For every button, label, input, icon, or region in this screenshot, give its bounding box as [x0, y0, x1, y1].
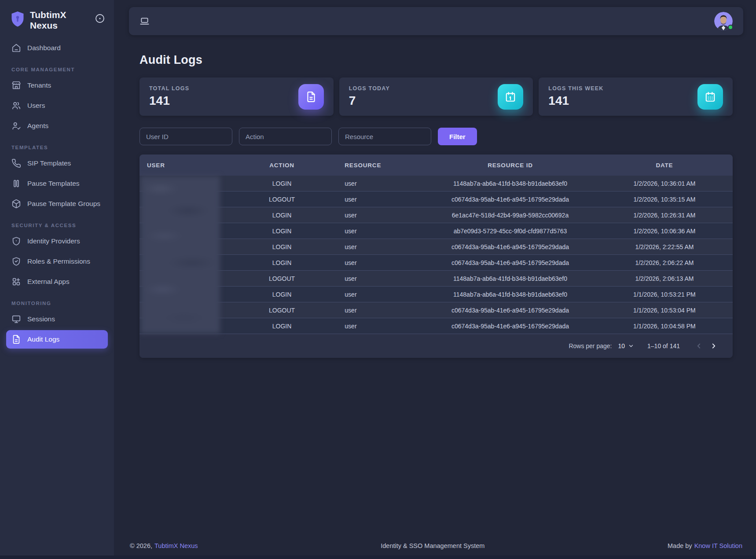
sidebar-item-label: Dashboard	[27, 44, 61, 52]
monitor-icon	[11, 314, 21, 324]
cell-date: 1/2/2026, 2:22:55 AM	[596, 243, 733, 250]
stat-label: LOGS TODAY	[349, 85, 390, 92]
footer-brand-link[interactable]: TubtimX Nexus	[154, 542, 198, 549]
previous-page-button[interactable]	[691, 338, 706, 353]
shield-dot-icon	[11, 236, 21, 246]
table-row: LOGOUT user 1148ab7a-ab6a-41fd-b348-b91d…	[139, 271, 733, 287]
sidebar-item-label: Audit Logs	[27, 335, 59, 343]
cell-action: LOGIN	[223, 243, 341, 250]
main-area: Audit Logs TOTAL LOGS 141 LOGS TODAY 7 L…	[114, 0, 756, 559]
cell-resource: user	[341, 180, 424, 187]
table-row: LOGIN user 6e1ac47e-518d-42b4-99a9-5982c…	[139, 207, 733, 223]
sidebar-item-label: Pause Template Groups	[27, 200, 100, 208]
sidebar-item-agents[interactable]: Agents	[6, 117, 108, 135]
sidebar-item-roles-permissions[interactable]: Roles & Permissions	[6, 252, 108, 271]
footer-tagline: Identity & SSO Management System	[381, 542, 484, 549]
cell-resource: user	[341, 196, 424, 203]
sidebar-item-tenants[interactable]: Tenants	[6, 76, 108, 95]
sidebar-item-dashboard[interactable]: Dashboard	[6, 39, 108, 57]
user-avatar[interactable]	[714, 12, 733, 30]
sidebar-item-pause-template-groups[interactable]: Pause Template Groups	[6, 195, 108, 213]
page-content: Audit Logs TOTAL LOGS 141 LOGS TODAY 7 L…	[129, 35, 743, 358]
cell-action: LOGIN	[223, 180, 341, 187]
footer-madeby-link[interactable]: Know IT Solution	[694, 542, 742, 549]
sidebar-item-sessions[interactable]: Sessions	[6, 310, 108, 328]
stat-value: 141	[548, 94, 603, 108]
user-check-icon	[11, 121, 21, 131]
sidebar-item-users[interactable]: Users	[6, 96, 108, 115]
shield-logo-icon	[10, 11, 26, 28]
cell-date: 1/2/2026, 10:35:15 AM	[596, 196, 733, 203]
sidebar-item-label: SIP Templates	[27, 159, 71, 167]
cell-action: LOGOUT	[223, 196, 341, 203]
copyright-text: © 2026,	[130, 542, 152, 549]
cell-action: LOGOUT	[223, 275, 341, 282]
rows-per-page-select[interactable]: 10	[618, 342, 634, 349]
made-by-text: Made by	[668, 542, 692, 549]
action-input[interactable]	[239, 128, 332, 145]
cell-action: LOGIN	[223, 228, 341, 235]
stat-card-logs-this-week: LOGS THIS WEEK 141	[539, 77, 733, 116]
sidebar-item-label: Identity Providers	[27, 237, 80, 245]
circle-dot-icon[interactable]	[95, 13, 105, 24]
filter-bar: Filter	[139, 128, 733, 145]
online-status-dot	[728, 25, 733, 30]
calendar-days-icon	[697, 84, 723, 110]
sidebar-item-audit-logs[interactable]: Audit Logs	[6, 330, 108, 349]
stats-row: TOTAL LOGS 141 LOGS TODAY 7 LOGS THIS WE…	[139, 77, 733, 116]
chevron-down-icon	[628, 343, 634, 349]
sidebar-section-security-access: SECURITY & ACCESS	[11, 223, 103, 228]
table-row: LOGIN user c0674d3a-95ab-41e6-a945-16795…	[139, 255, 733, 271]
cell-date: 1/1/2026, 10:53:04 PM	[596, 307, 733, 314]
cell-resource: user	[341, 259, 424, 266]
package-icon	[11, 199, 21, 209]
sidebar-item-identity-providers[interactable]: Identity Providers	[6, 232, 108, 250]
cell-date: 1/2/2026, 2:06:22 AM	[596, 259, 733, 266]
filter-button[interactable]: Filter	[438, 128, 477, 145]
sidebar-item-external-apps[interactable]: External Apps	[6, 272, 108, 291]
table-header: USER ACTION RESOURCE RESOURCE ID DATE	[139, 154, 733, 176]
user-id-input[interactable]	[139, 128, 232, 145]
sidebar-item-label: Tenants	[27, 81, 51, 89]
table-body: LOGIN user 1148ab7a-ab6a-41fd-b348-b91da…	[139, 176, 733, 334]
sidebar-item-label: Pause Templates	[27, 180, 80, 188]
cell-action: LOGIN	[223, 291, 341, 298]
cell-resource: user	[341, 228, 424, 235]
cell-resource-id: 6e1ac47e-518d-42b4-99a9-5982cc00692a	[424, 212, 596, 219]
cell-resource-id: 1148ab7a-ab6a-41fd-b348-b91daeb63ef0	[424, 275, 596, 282]
sidebar-item-label: External Apps	[27, 278, 70, 286]
cell-resource-id: c0674d3a-95ab-41e6-a945-16795e29dada	[424, 196, 596, 203]
cell-resource-id: ab7e09d3-5729-45cc-9f0d-cfd9877d5763	[424, 228, 596, 235]
page-range-label: 1–10 of 141	[647, 342, 680, 349]
users-icon	[11, 101, 21, 110]
file-text-icon	[11, 335, 21, 344]
sidebar-item-pause-templates[interactable]: Pause Templates	[6, 174, 108, 193]
sidebar-section-core-management: CORE MANAGEMENT	[11, 67, 103, 72]
resource-input[interactable]	[338, 128, 431, 145]
stat-label: TOTAL LOGS	[149, 85, 189, 92]
cell-resource: user	[341, 291, 424, 298]
cell-action: LOGIN	[223, 323, 341, 330]
topbar	[129, 7, 743, 35]
cell-date: 1/2/2026, 2:06:13 AM	[596, 275, 733, 282]
sidebar-item-sip-templates[interactable]: SIP Templates	[6, 154, 108, 173]
table-row: LOGOUT user c0674d3a-95ab-41e6-a945-1679…	[139, 302, 733, 318]
stat-card-logs-today: LOGS TODAY 7	[339, 77, 533, 116]
table-row: LOGIN user ab7e09d3-5729-45cc-9f0d-cfd98…	[139, 223, 733, 239]
cell-resource: user	[341, 323, 424, 330]
sidebar-item-label: Sessions	[27, 315, 55, 323]
chevron-right-icon	[710, 342, 718, 350]
phone-icon	[11, 158, 21, 168]
cell-action: LOGIN	[223, 212, 341, 219]
cell-date: 1/2/2026, 10:26:31 AM	[596, 212, 733, 219]
cell-resource: user	[341, 243, 424, 250]
cell-resource: user	[341, 275, 424, 282]
audit-logs-table: USER ACTION RESOURCE RESOURCE ID DATE LO…	[139, 154, 733, 358]
app-logo: TubtimX Nexus	[6, 7, 108, 38]
table-row: LOGIN user c0674d3a-95ab-41e6-a945-16795…	[139, 318, 733, 334]
next-page-button[interactable]	[706, 338, 721, 353]
rows-per-page-value: 10	[618, 342, 625, 349]
column-header-user: USER	[139, 162, 223, 169]
pause-icon	[11, 179, 21, 188]
sidebar-section-templates: TEMPLATES	[11, 145, 103, 150]
